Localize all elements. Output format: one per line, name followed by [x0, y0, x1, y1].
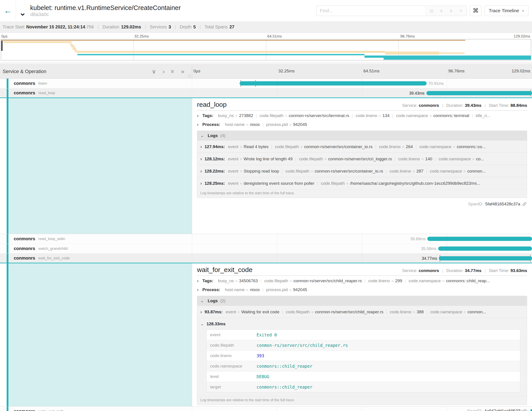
span-timeline-cell[interactable]: 34.77ms — [192, 254, 532, 263]
minimap-span-bar — [76, 51, 385, 53]
expand-one-icon[interactable]: › — [163, 68, 165, 74]
keyboard-shortcuts-button[interactable]: ⌘ — [470, 6, 481, 16]
span-row-wait-for-exit-code[interactable]: conmonrs wait_for_exit_code 34.77ms — [0, 254, 532, 263]
tags-row[interactable]: › Tags: busy_ns=34506763|code.filepath=c… — [197, 278, 527, 283]
span-bar[interactable] — [438, 246, 532, 251]
span-timeline-cell[interactable]: 303µs — [192, 407, 532, 411]
kv-item: process.pid=942045 — [266, 287, 307, 292]
tags-label: Tags: — [202, 113, 213, 118]
span-row-listen[interactable]: conmonrs listen 70.91ms — [0, 78, 532, 88]
separator: | — [386, 169, 387, 173]
collapse-header-toggle[interactable]: ⌄ — [16, 6, 29, 15]
trace-title-block: kubelet: runtime.v1.RuntimeService/Creat… — [30, 4, 181, 18]
tags-row[interactable]: › Tags: busy_ns=273882|code.filepath=con… — [197, 113, 527, 118]
spacer — [0, 62, 532, 64]
depth-label: Depth — [180, 24, 191, 29]
span-row-read-loop[interactable]: conmonrs read_loop 39.43ms — [0, 88, 532, 98]
command-icon: ⌘ — [473, 7, 479, 14]
log-entry[interactable]: ›128.22ms:event=Stopping read loop|code.… — [197, 165, 527, 177]
span-bar[interactable] — [531, 409, 532, 411]
chevron-right-icon: › — [197, 287, 199, 292]
span-bar[interactable] — [427, 237, 532, 241]
span-detail-read-loop: read_loop Service:conmonrs | Duration:39… — [0, 98, 532, 234]
clear-find-icon[interactable]: × — [456, 8, 466, 13]
trace-id: d8a3a0c — [30, 11, 181, 17]
span-row-read-loop-stdin[interactable]: conmonrs read_loop_stdin 39.69ms — [0, 234, 532, 244]
span-bar[interactable] — [240, 81, 427, 86]
service-name: conmonrs — [14, 90, 35, 96]
span-detail-gutter — [0, 98, 192, 234]
logs-footnote: Log timestamps are relative to the start… — [197, 189, 527, 198]
span-name-cell[interactable]: conmonrs listen — [0, 78, 192, 88]
chevron-right-icon: › — [200, 144, 202, 149]
chevron-right-icon: › — [197, 278, 199, 283]
logs-header[interactable]: ⌄ Logs (4) — [197, 131, 527, 140]
process-list: host.name=nixos|process.pid=942045 — [225, 122, 307, 127]
span-name-cell[interactable]: conmonrs watch_grandchild — [0, 244, 192, 253]
logs-header[interactable]: ⌄ Logs (2) — [197, 296, 527, 305]
collapse-all-icon[interactable]: » — [170, 70, 176, 73]
start-time-label: Start Time: — [489, 103, 509, 108]
divider — [197, 110, 527, 111]
column-resize-grip[interactable]: || — [188, 74, 191, 78]
log-entry[interactable]: ›127.94ms:event=Read 4 bytes|code.filepa… — [197, 140, 527, 153]
separator: | — [282, 169, 283, 173]
separator: | — [392, 113, 393, 118]
separator: | — [375, 144, 376, 149]
trace-view-selector[interactable]: Trace Timeline ∨ — [484, 6, 528, 16]
log-entry[interactable]: ⌄128.33mseventExited 0code.filepathconmo… — [197, 318, 527, 396]
span-name-cell[interactable]: conmonrs read_loop — [0, 88, 192, 98]
chevron-right-icon: › — [200, 181, 202, 186]
collapse-one-icon[interactable]: ∨ — [152, 68, 156, 74]
gridline — [266, 39, 266, 60]
log-timestamp: 128.22ms: — [205, 169, 225, 173]
expand-all-icon[interactable]: » — [181, 68, 184, 74]
start-time-label: Start Time: — [489, 268, 509, 273]
minimap-canvas[interactable] — [1, 39, 531, 60]
span-name-cell[interactable]: conmonrs write_exit_path — [0, 407, 192, 411]
services-value: 3 — [169, 24, 171, 29]
divider: | — [484, 103, 486, 108]
field-value: conmon-rs/server/src/child_reaper.rs — [253, 340, 520, 351]
log-fields: event=Read 4 bytes|code.filepath=conmon-… — [228, 144, 486, 149]
find-next-icon[interactable]: ∨ — [446, 8, 456, 13]
span-row-watch-grandchild[interactable]: conmonrs watch_grandchild 35.58ms — [0, 244, 532, 254]
logs-section: ⌄ Logs (4) ›127.94ms:event=Read 4 bytes|… — [197, 131, 527, 198]
span-duration-label: 70.91ms — [428, 81, 444, 86]
span-name-cell[interactable]: conmonrs read_loop_stdin — [0, 234, 192, 244]
log-entry[interactable]: ›128.12ms:event=Wrote log line of length… — [197, 153, 527, 165]
span-row-write-exit-path[interactable]: conmonrs write_exit_path 303µs — [0, 407, 532, 411]
separator: | — [282, 310, 283, 314]
process-row[interactable]: › Process: host.name=nixos|process.pid=9… — [197, 122, 527, 127]
ruler-tick: 0µs — [193, 68, 200, 73]
span-color-accent — [7, 88, 9, 98]
kv-item: code.filepath=/home/sascha/.cargo/regist… — [321, 181, 480, 186]
log-entry[interactable]: ›93.87ms:event=Waiting for exit code|cod… — [197, 305, 527, 318]
span-bar[interactable] — [426, 91, 532, 95]
process-row[interactable]: › Process: host.name=nixos|process.pid=9… — [197, 287, 527, 292]
separator: | — [395, 157, 396, 161]
duration-label: Duration: — [446, 268, 464, 273]
service-name: conmonrs — [14, 236, 35, 241]
logs-count: (4) — [220, 133, 225, 138]
span-timeline-cell[interactable]: 35.58ms — [192, 244, 532, 253]
span-operation-title: wait_for_exit_code — [197, 266, 252, 274]
find-prev-icon[interactable]: ∧ — [436, 8, 446, 13]
find-input[interactable] — [317, 6, 426, 16]
span-timeline-cell[interactable]: 39.69ms — [192, 234, 532, 244]
kv-item: busy_ns=34506763 — [218, 278, 258, 283]
span-timeline-cell[interactable]: 70.91ms — [192, 78, 532, 88]
span-bar[interactable] — [439, 256, 532, 260]
log-entry[interactable]: ›128.25ms:event=deregistering event sour… — [197, 177, 527, 189]
log-timestamp: 93.87ms: — [205, 310, 222, 314]
gridline — [133, 39, 134, 60]
span-timeline-cell[interactable]: 39.43ms — [192, 88, 532, 98]
kv-item: host.name=nixos — [225, 287, 260, 292]
locate-icon[interactable]: ◎ — [427, 8, 436, 13]
kv-item: code.lineno=388 — [390, 310, 424, 314]
link-icon[interactable] — [522, 202, 527, 206]
span-name-cell[interactable]: conmonrs wait_for_exit_code — [0, 254, 192, 263]
back-button[interactable]: ← — [0, 0, 16, 21]
chevron-right-icon: › — [197, 122, 199, 127]
separator: | — [426, 310, 428, 314]
